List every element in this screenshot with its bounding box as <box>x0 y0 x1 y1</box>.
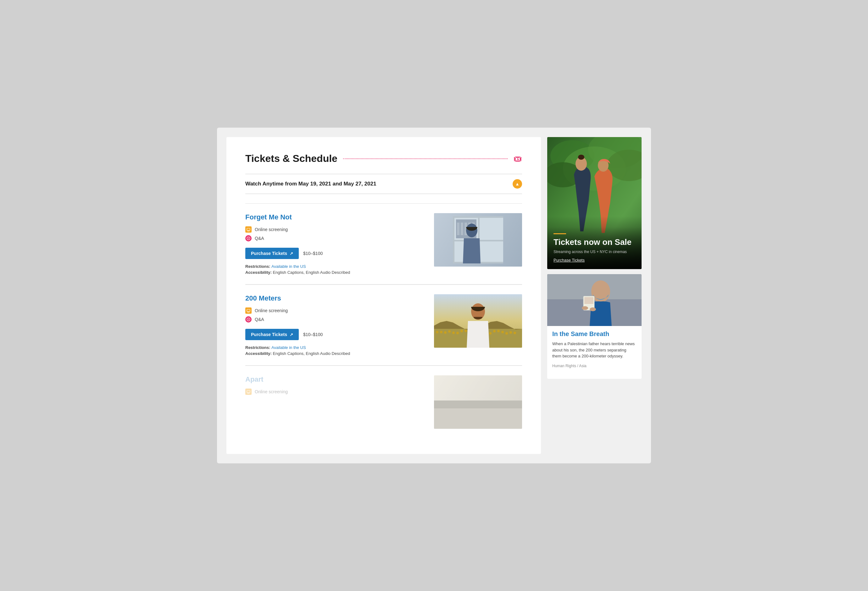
film-image-forget-me-not <box>434 213 522 267</box>
film-section-200-meters: 200 Meters Online screening ? Q&A <box>245 284 522 365</box>
film-section-apart: Apart Online screening <box>245 366 522 438</box>
purchase-tickets-label-2: Purchase Tickets <box>251 332 287 337</box>
right-panel: Tickets now on Sale Streaming across the… <box>547 137 642 454</box>
outer-wrapper: Tickets & Schedule 🎟 Watch Anytime from … <box>217 128 651 463</box>
promo-accent-line <box>554 233 566 234</box>
watch-banner-text: Watch Anytime from May 19, 2021 and May … <box>245 181 376 187</box>
price-2: $10–$100 <box>303 332 323 337</box>
film-thumb-forget-me-not <box>434 213 522 267</box>
meta-row-qa-1: ? Q&A <box>245 235 428 242</box>
restrictions-1: Restrictions: Available in the US <box>245 264 428 269</box>
svg-rect-31 <box>584 297 593 304</box>
restrictions-2: Restrictions: Available in the US <box>245 345 428 350</box>
online-screening-icon-1 <box>245 226 252 233</box>
qa-label-1: Q&A <box>255 236 264 241</box>
purchase-tickets-label-1: Purchase Tickets <box>251 251 287 256</box>
online-screening-label-1: Online screening <box>255 227 288 232</box>
watch-banner: Watch Anytime from May 19, 2021 and May … <box>245 174 522 194</box>
svg-point-35 <box>582 306 588 310</box>
qa-icon-2: ? <box>245 316 252 323</box>
promo-card: Tickets now on Sale Streaming across the… <box>547 137 642 269</box>
header-dotted-line <box>343 158 508 159</box>
film-card-description: When a Palestinian father hears terrible… <box>552 341 636 359</box>
film-card-thumbnail <box>547 274 642 326</box>
purchase-row-1: Purchase Tickets ↗ $10–$100 <box>245 248 428 259</box>
promo-purchase-link[interactable]: Purchase Tickets <box>554 258 585 262</box>
film-meta-apart: Online screening <box>245 389 428 395</box>
svg-point-36 <box>590 307 596 311</box>
main-card: Tickets & Schedule 🎟 Watch Anytime from … <box>226 137 541 454</box>
film-meta-forget-me-not: Online screening ? Q&A <box>245 226 428 242</box>
film-detail-card: In the Same Breath When a Palestinian fa… <box>547 274 642 379</box>
film-title-forget-me-not: Forget Me Not <box>245 213 428 221</box>
page-header: Tickets & Schedule 🎟 <box>245 153 522 164</box>
meta-row-screening-2: Online screening <box>245 307 428 314</box>
restrictions-link-2[interactable]: Available in the US <box>272 345 306 350</box>
price-1: $10–$100 <box>303 251 323 256</box>
promo-card-subtitle: Streaming across the US + NYC in cinemas <box>554 250 635 254</box>
film-card-body: In the Same Breath When a Palestinian fa… <box>547 326 642 373</box>
meta-row-qa-2: ? Q&A <box>245 316 428 323</box>
promo-card-overlay: Tickets now on Sale Streaming across the… <box>547 227 642 269</box>
promo-card-title: Tickets now on Sale <box>554 237 635 247</box>
purchase-tickets-button-2[interactable]: Purchase Tickets ↗ <box>245 329 299 340</box>
meta-row-screening-3: Online screening <box>245 389 428 395</box>
ticket-icon: 🎟 <box>513 153 522 164</box>
qa-icon-1: ? <box>245 235 252 242</box>
restrictions-link-1[interactable]: Available in the US <box>272 264 306 269</box>
page-title: Tickets & Schedule <box>245 153 337 164</box>
accessibility-2: Accessibility: English Captions, English… <box>245 351 428 356</box>
promo-card-image: Tickets now on Sale Streaming across the… <box>547 137 642 269</box>
film-info-apart: Apart Online screening <box>245 375 428 429</box>
qa-label-2: Q&A <box>255 317 264 322</box>
film-info-forget-me-not: Forget Me Not Online screening ? Q&A <box>245 213 428 275</box>
online-screening-icon-2 <box>245 307 252 314</box>
svg-rect-12 <box>247 391 250 393</box>
arrow-up-icon: ▲ <box>515 181 520 186</box>
collapse-button[interactable]: ▲ <box>513 179 522 189</box>
accessibility-1: Accessibility: English Captions, English… <box>245 270 428 275</box>
svg-rect-0 <box>247 228 250 230</box>
film-card-thumbnail-svg <box>547 274 642 326</box>
film-section-forget-me-not: Forget Me Not Online screening ? Q&A <box>245 203 522 284</box>
film-title-200-meters: 200 Meters <box>245 294 428 302</box>
online-screening-label-3: Online screening <box>255 389 288 394</box>
film-card-tags: Human Rights / Asia <box>552 364 636 368</box>
external-arrow-icon-2: ↗ <box>290 332 293 337</box>
purchase-tickets-button-1[interactable]: Purchase Tickets ↗ <box>245 248 299 259</box>
film-thumb-apart <box>434 375 522 429</box>
film-image-200-meters <box>434 294 522 348</box>
online-screening-label-2: Online screening <box>255 308 288 313</box>
film-title-apart: Apart <box>245 375 428 383</box>
svg-text:?: ? <box>248 237 249 240</box>
film-info-200-meters: 200 Meters Online screening ? Q&A <box>245 294 428 356</box>
online-screening-icon-3 <box>245 389 252 395</box>
svg-rect-6 <box>247 310 250 311</box>
svg-text:?: ? <box>248 318 249 321</box>
film-meta-200-meters: Online screening ? Q&A <box>245 307 428 323</box>
film-image-apart <box>434 375 522 429</box>
film-card-title: In the Same Breath <box>552 330 636 338</box>
meta-row-screening-1: Online screening <box>245 226 428 233</box>
film-thumb-200-meters <box>434 294 522 348</box>
purchase-row-2: Purchase Tickets ↗ $10–$100 <box>245 329 428 340</box>
external-arrow-icon-1: ↗ <box>290 251 293 256</box>
